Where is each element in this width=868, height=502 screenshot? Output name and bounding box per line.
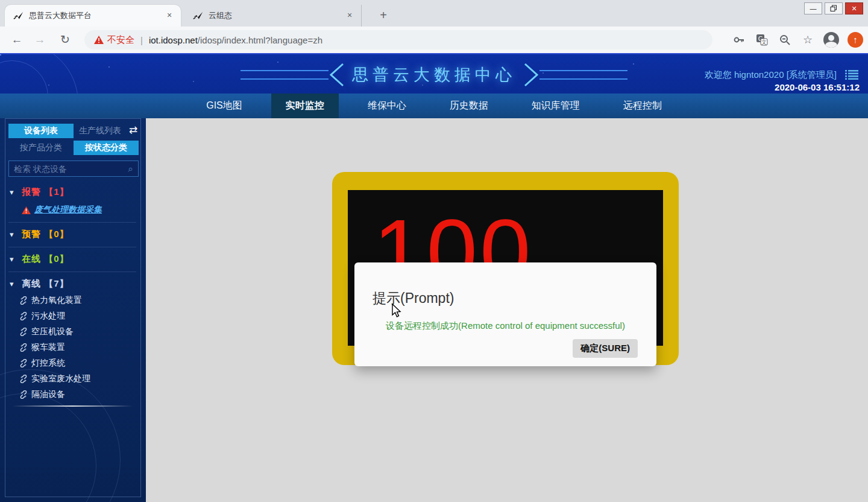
site-favicon-icon [13,10,24,21]
dialog-message: 设备远程控制成功(Remote control of equipment suc… [354,320,656,332]
offline-device-label: 实验室废水处理 [31,373,90,384]
tab-by-product[interactable]: 按产品分类 [8,141,74,155]
minimize-button[interactable]: — [804,2,822,14]
mouse-cursor [392,303,403,319]
welcome-user-text: 欢迎您 hignton2020 [系统管理员] [705,69,837,81]
new-tab-button[interactable]: + [375,7,392,24]
tab-title: 思普云大数据平台 [29,10,164,21]
url-path: /idosp/index.html?language=zh [198,35,322,45]
chevron-down-icon: ▾ [10,188,22,197]
site-favicon-icon [193,10,204,21]
nav-item-history-data[interactable]: 历史数据 [435,94,503,118]
security-label: 不安全 [107,34,134,46]
offline-device-item[interactable]: 隔油设备 [19,387,65,402]
offline-device-item[interactable]: 灯控系统 [19,356,65,370]
close-button[interactable]: ✕ [845,2,863,14]
offline-device-item[interactable]: 猴车装置 [19,340,65,355]
tab-by-status[interactable]: 按状态分类 [74,141,139,155]
offline-device-item[interactable]: 空压机设备 [19,325,74,339]
dialog-ok-button[interactable]: 确定(SURE) [573,339,638,358]
alarm-device-label: 废气处理数据采集 [34,205,102,215]
security-warning-icon [94,36,104,44]
offline-device-label: 热力氧化装置 [31,295,82,306]
user-menu-icon[interactable] [845,70,858,80]
tab-production-line-list[interactable]: 生产线列表 [74,124,127,138]
forward-button[interactable]: → [31,31,48,48]
offline-device-item[interactable]: 热力氧化装置 [19,293,82,308]
tab-title: 云组态 [209,10,344,21]
group-label: 离线 【7】 [22,278,69,290]
tab-strip: 思普云大数据平台 × 云组态 × + — ✕ [0,0,868,27]
tab-close-icon[interactable]: × [164,10,175,21]
page-header: 思普云大数据中心 欢迎您 hignton2020 [系统管理员] 2020-06… [0,53,868,94]
offline-device-label: 隔油设备 [31,389,65,400]
group-label: 在线 【0】 [22,253,69,265]
unlink-icon [19,343,28,352]
address-bar[interactable]: 不安全 | iot.idosp.net/idosp/index.html?lan… [84,30,712,49]
alarm-device-item[interactable]: 废气处理数据采集 [22,203,102,217]
restore-button[interactable] [825,2,843,14]
url-host: iot.idosp.net [149,35,198,45]
classify-tabs: 按产品分类 按状态分类 [8,141,139,155]
chevron-down-icon: ▾ [10,255,22,264]
unlink-icon [19,296,28,305]
browser-tab-active[interactable]: 思普云大数据平台 × [5,5,181,27]
divider [8,247,136,247]
unlink-icon [19,375,28,383]
sidebar-bottom-line [12,405,133,407]
current-datetime: 2020-06-03 16:51:12 [775,82,860,92]
list-type-tabs: 设备列表 生产线列表 [8,124,127,138]
group-alarm[interactable]: ▾ 报警 【1】 [10,185,137,199]
url-separator: | [140,35,143,45]
window-controls: — ✕ [804,2,863,14]
group-warning[interactable]: ▾ 预警 【0】 [10,227,137,241]
divider [8,272,136,272]
group-online[interactable]: ▾ 在线 【0】 [10,252,137,266]
back-button[interactable]: ← [8,31,25,48]
offline-device-label: 污水处理 [31,311,65,322]
tab-close-icon[interactable]: × [344,10,355,21]
nav-item-remote-control[interactable]: 远程控制 [609,94,676,118]
device-search-input[interactable] [14,164,128,174]
zoom-icon[interactable] [778,33,792,47]
offline-device-item[interactable]: 污水处理 [19,309,65,323]
chevron-down-icon: ▾ [10,279,22,288]
group-label: 报警 【1】 [22,186,69,198]
group-label: 预警 【0】 [22,229,69,240]
divider [8,222,136,223]
main-nav: GIS地图 实时监控 维保中心 历史数据 知识库管理 远程控制 [0,94,868,118]
translate-icon[interactable]: G文 [755,33,769,47]
offline-device-label: 灯控系统 [31,358,65,369]
nav-item-knowledge-base[interactable]: 知识库管理 [517,94,594,118]
alarm-warning-icon [22,206,31,214]
unlink-icon [19,390,28,399]
device-search-box: ⌕ [8,160,139,177]
password-key-icon[interactable] [732,33,746,47]
browser-tab-inactive[interactable]: 云组态 × [184,5,362,27]
nav-item-realtime-monitor[interactable]: 实时监控 [271,94,339,118]
unlink-icon [19,328,28,336]
unlink-icon [19,359,28,367]
toolbar-icons: G文 ☆ ↑ [732,29,863,51]
dialog-title: 提示(Prompt) [373,289,454,308]
title-bracket-right [522,62,627,88]
offline-device-item[interactable]: 实验室废水处理 [19,372,90,386]
profile-avatar[interactable] [823,32,839,48]
browser-update-icon[interactable]: ↑ [848,32,863,48]
bookmark-star-icon[interactable]: ☆ [800,33,815,47]
reload-button[interactable]: ↻ [57,31,74,48]
search-icon[interactable]: ⌕ [128,164,133,174]
restore-icon [830,5,837,12]
nav-item-maintenance-center[interactable]: 维保中心 [353,94,421,118]
tab-device-list[interactable]: 设备列表 [8,124,74,138]
device-sidebar: 设备列表 生产线列表 ⇄ 按产品分类 按状态分类 ⌕ ▾ 报警 【1】 [0,118,146,502]
group-offline[interactable]: ▾ 离线 【7】 [10,276,137,291]
offline-device-label: 空压机设备 [31,326,74,337]
unlink-icon [19,312,28,320]
title-bracket-left [241,62,346,88]
content-area: 设备列表 生产线列表 ⇄ 按产品分类 按状态分类 ⌕ ▾ 报警 【1】 [0,118,868,502]
svg-text:文: 文 [761,39,767,45]
monitor-canvas: 100 提示(Prompt) 设备远程控制成功(Remote control o… [146,118,868,502]
swap-icon[interactable]: ⇄ [127,124,140,137]
nav-item-gis-map[interactable]: GIS地图 [192,94,257,118]
